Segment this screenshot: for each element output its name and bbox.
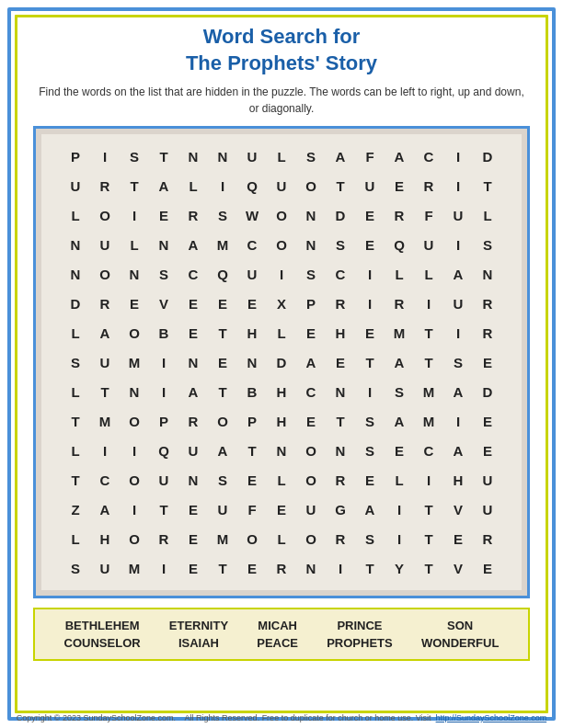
grid-cell: U [90, 347, 120, 377]
grid-cell: T [414, 524, 443, 553]
grid-cell: L [267, 142, 296, 171]
grid-cell: I [149, 553, 178, 583]
word-list-column: PRINCEPROPHETS [327, 619, 393, 650]
grid-cell: E [473, 347, 502, 377]
word-item: BETHLEHEM [65, 619, 140, 632]
grid-cell: N [296, 200, 326, 230]
grid-cell: E [473, 436, 502, 465]
grid-cell: I [443, 142, 473, 171]
grid-cell: H [267, 377, 296, 406]
grid-cell: T [414, 495, 443, 524]
grid-cell: M [90, 406, 120, 436]
grid-cell: E [473, 553, 502, 583]
instructions: Find the words on the list that are hidd… [15, 84, 548, 117]
grid-cell: A [178, 377, 208, 406]
grid-cell: A [90, 318, 120, 347]
grid-row: SUMIETERNITYTVE [47, 553, 516, 583]
grid-cell: S [61, 553, 90, 583]
grid-cell: N [267, 436, 296, 465]
grid-cell: E [385, 171, 414, 200]
grid-cell: F [237, 495, 267, 524]
grid-cell: A [90, 495, 120, 524]
word-item: ETERNITY [169, 619, 228, 632]
grid-cell: R [473, 318, 502, 347]
word-item: WONDERFUL [421, 636, 500, 650]
grid-cell: U [355, 171, 385, 200]
grid-cell: T [414, 347, 443, 377]
grid-cell: I [149, 377, 178, 406]
grid-cell: T [149, 495, 178, 524]
grid-cell: A [385, 406, 414, 436]
grid-cell: A [326, 142, 355, 171]
grid-cell: U [296, 495, 326, 524]
grid-cell: U [149, 465, 178, 495]
word-list-column: MICAHPEACE [257, 619, 298, 650]
grid-cell: E [178, 553, 208, 583]
grid-cell: U [90, 553, 120, 583]
grid-cell: S [61, 347, 90, 377]
grid-cell: C [326, 259, 355, 289]
grid-cell: S [443, 347, 473, 377]
grid-cell: S [120, 142, 149, 171]
grid-cell: L [385, 465, 414, 495]
grid-cell: I [149, 347, 178, 377]
grid-cell: E [178, 524, 208, 553]
grid-cell: Y [385, 553, 414, 583]
word-list-column: SONWONDERFUL [421, 619, 500, 650]
grid-cell: L [120, 230, 149, 259]
grid-cell: O [208, 406, 237, 436]
grid-cell: T [326, 171, 355, 200]
title-line1: Word Search for [203, 25, 361, 48]
grid-cell: H [90, 524, 120, 553]
grid-cell: A [443, 377, 473, 406]
grid-cell: L [267, 524, 296, 553]
grid-cell: Q [237, 171, 267, 200]
grid-cell: E [237, 553, 267, 583]
grid-cell: Q [385, 230, 414, 259]
word-item: MICAH [258, 619, 297, 632]
grid-cell: L [267, 465, 296, 495]
grid-cell: P [237, 406, 267, 436]
grid-cell: G [326, 495, 355, 524]
grid-cell: A [385, 347, 414, 377]
grid-cell: U [414, 230, 443, 259]
grid-cell: I [326, 553, 355, 583]
grid-cell: T [326, 406, 355, 436]
grid-row: TCOUNSELORELIHU [47, 465, 516, 495]
grid-cell: T [208, 377, 237, 406]
grid-cell: O [120, 465, 149, 495]
grid-cell: I [120, 200, 149, 230]
grid-cell: I [208, 171, 237, 200]
grid-cell: F [414, 200, 443, 230]
grid-cell: E [178, 289, 208, 318]
grid-cell: T [473, 171, 502, 200]
grid-cell: N [208, 142, 237, 171]
grid-cell: I [120, 436, 149, 465]
word-item: SON [447, 619, 473, 632]
word-item: PROPHETS [327, 636, 393, 650]
grid-cell: N [326, 436, 355, 465]
grid-cell: E [473, 406, 502, 436]
grid-cell: E [178, 318, 208, 347]
grid-cell: I [385, 495, 414, 524]
grid-cell: L [473, 200, 502, 230]
footer-middle: All Rights Reserved. Free to duplicate f… [185, 713, 431, 722]
footer-link[interactable]: http://SundaySchoolZone.com [436, 713, 547, 722]
grid-row: LHOREMOLORSITER [47, 524, 516, 553]
grid-cell: O [296, 436, 326, 465]
grid-cell: E [296, 318, 326, 347]
grid-cell: N [120, 377, 149, 406]
title-line2: The Prophets' Story [186, 51, 377, 74]
grid-cell: S [208, 200, 237, 230]
grid-cell: I [414, 465, 443, 495]
grid-cell: I [443, 406, 473, 436]
grid-cell: R [385, 200, 414, 230]
grid-cell: I [267, 259, 296, 289]
grid-cell: S [296, 142, 326, 171]
word-item: ISAIAH [178, 636, 219, 650]
grid-cell: C [414, 436, 443, 465]
grid-row: LIIQUATNONSECAE [47, 436, 516, 465]
grid-cell: I [443, 171, 473, 200]
grid-cell: L [61, 318, 90, 347]
grid-row: ZAITEUFEUGAITVU [47, 495, 516, 524]
